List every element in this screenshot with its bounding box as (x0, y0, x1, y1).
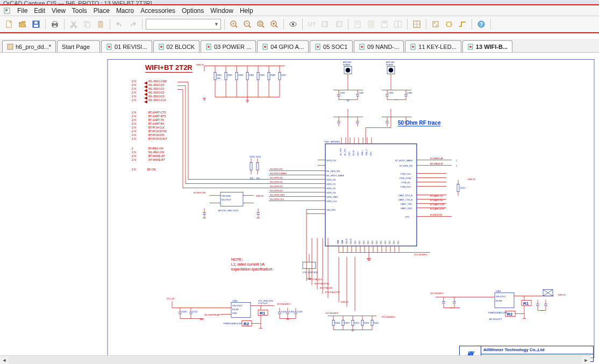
zoom-fit-button[interactable] (268, 18, 280, 30)
help-button[interactable]: ? (475, 18, 487, 30)
scroll-right-arrow[interactable]: ► (582, 356, 590, 364)
separator (490, 19, 491, 30)
separator (110, 19, 110, 30)
svg-text:R421: R421 (345, 322, 350, 324)
menu-accessories[interactable]: Accessories (140, 7, 175, 15)
svg-rect-88 (236, 73, 238, 80)
svg-text:BT_HOST_WAKE: BT_HOST_WAKE (395, 159, 413, 162)
menu-place[interactable]: Place (94, 7, 110, 15)
svg-text:VCC33-WIFI2: VCC33-WIFI2 (382, 316, 396, 318)
app-icon (3, 7, 11, 15)
svg-text:R1: R1 (523, 301, 529, 306)
tab-03-power[interactable]: 03 POWER ... (201, 40, 256, 52)
separator (283, 19, 284, 30)
crossref-button[interactable] (392, 18, 404, 30)
bom-button[interactable] (379, 18, 390, 30)
svg-text:C416: C416 (297, 310, 303, 313)
sheet-icon (359, 44, 365, 50)
zoom-area-button[interactable] (255, 18, 267, 30)
horizontal-scrollbar[interactable]: ◄ ► (0, 355, 590, 364)
print-button[interactable] (49, 18, 61, 30)
cut-button[interactable] (68, 18, 80, 30)
drc-button[interactable] (352, 18, 363, 30)
tab-04-gpio[interactable]: 04 GPIO A... (257, 40, 309, 52)
svg-text:R1: R1 (260, 311, 266, 316)
back-annotate-button[interactable] (333, 18, 345, 30)
svg-text:BT-WAKE-AP: BT-WAKE-AP (430, 157, 444, 160)
u-question-button[interactable]: U? (306, 18, 318, 30)
svg-marker-486 (144, 93, 147, 96)
tab-11-keyled[interactable]: 11 KEY-LED... (405, 40, 461, 52)
zoom-in-button[interactable] (228, 18, 240, 30)
svg-text:VDDIO: VDDIO (350, 239, 352, 245)
svg-point-62 (264, 46, 266, 48)
menu-window[interactable]: Window (210, 7, 233, 15)
place-wire-button[interactable] (457, 18, 468, 30)
svg-text:NOANT: NOANT (343, 63, 351, 66)
svg-text:GND: GND (348, 152, 351, 156)
menu-help[interactable]: Help (240, 7, 253, 15)
svg-text:VIN GND: VIN GND (222, 195, 231, 197)
menu-view[interactable]: View (52, 7, 66, 15)
svg-text:SDIO_D1: SDIO_D1 (326, 183, 336, 185)
svg-text:U403: U403 (232, 299, 238, 302)
svg-text:VBAT: VBAT (341, 240, 344, 244)
svg-text:GND: GND (357, 152, 359, 156)
tab-09-nand[interactable]: 09 NAND-... (354, 40, 404, 52)
svg-text:WL_RF0: WL_RF0 (340, 148, 342, 155)
svg-rect-430 (361, 320, 363, 326)
save-button[interactable] (30, 18, 42, 30)
menu-macro[interactable]: Macro (116, 7, 134, 15)
svg-text:WL-REG-ON: WL-REG-ON (270, 168, 282, 170)
copy-button[interactable] (81, 18, 93, 30)
tab-start-page[interactable]: Start Page (57, 40, 100, 52)
tab-project[interactable]: h6_pro_dd...* (2, 40, 56, 52)
svg-point-48 (436, 25, 437, 26)
paste-button[interactable] (95, 18, 106, 30)
svg-text:WL-SDIO-D3: WL-SDIO-D3 (270, 189, 283, 192)
svg-text:XTAL_I: XTAL_I (361, 150, 363, 156)
scroll-left-arrow[interactable]: ◄ (0, 356, 9, 364)
undo-button[interactable] (113, 18, 125, 30)
svg-text:WL-SDIO-D2: WL-SDIO-D2 (270, 185, 283, 188)
redo-button[interactable] (127, 18, 139, 30)
tab-01-revisi[interactable]: 01 REVISI... (101, 40, 152, 52)
menu-options[interactable]: Options (182, 7, 204, 15)
tab-05-soc1[interactable]: 05 SOC1 (310, 40, 353, 52)
svg-text:R424: R424 (374, 322, 379, 324)
separator (472, 19, 472, 30)
snap-button[interactable] (430, 18, 441, 30)
menu-file[interactable]: File (17, 7, 27, 15)
svg-text:EN  VOUT: EN VOUT (222, 198, 231, 201)
svg-marker-483 (144, 82, 147, 85)
place-part-button[interactable] (443, 18, 455, 30)
svg-point-22 (258, 21, 263, 26)
scroll-track[interactable] (9, 356, 582, 364)
menu-tools[interactable]: Tools (72, 7, 87, 15)
svg-text:VBAT: VBAT (337, 240, 339, 244)
svg-text:GND: GND (367, 240, 369, 245)
svg-text:GND: GND (393, 240, 395, 245)
grid-toggle-button[interactable] (411, 18, 423, 30)
tab-13-wifibt[interactable]: 13 WIFI-B... (462, 40, 512, 52)
separator (224, 19, 225, 30)
svg-text:C410: C410 (182, 310, 187, 313)
tab-02-block[interactable]: 02 BLOCK (153, 40, 200, 52)
svg-rect-49 (447, 22, 451, 26)
svg-text:VDDIO: VDDIO (346, 239, 348, 245)
svg-text:AP-3V3-OUT: AP-3V3-OUT (489, 318, 502, 320)
zoom-out-button[interactable] (241, 18, 253, 30)
part-combo[interactable]: ▼ (146, 19, 221, 30)
svg-rect-4 (34, 22, 38, 24)
svg-text:UART_CTS_N: UART_CTS_N (398, 198, 412, 201)
open-file-button[interactable] (17, 18, 28, 30)
schematic-canvas[interactable]: WIFI+BT 2T2R 50 Ohm RF trace 2.N2.N2.N2.… (0, 53, 599, 364)
annotate-button[interactable] (319, 18, 331, 30)
svg-text:GND: GND (384, 240, 387, 245)
new-file-button[interactable] (3, 18, 15, 30)
menu-edit[interactable]: Edit (34, 7, 45, 15)
svg-rect-12 (86, 23, 90, 27)
svg-point-47 (434, 23, 435, 24)
fisheye-button[interactable] (287, 18, 299, 30)
netlist-button[interactable] (365, 18, 377, 30)
